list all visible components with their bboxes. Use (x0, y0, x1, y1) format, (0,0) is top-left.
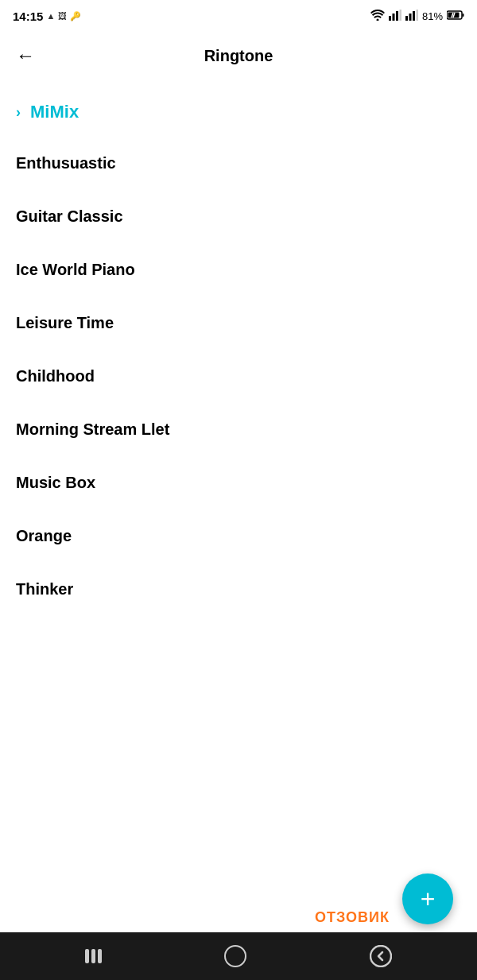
ringtone-name: Enthusuastic (16, 154, 116, 172)
svg-rect-7 (416, 10, 418, 21)
page-title: Ringtone (204, 47, 273, 65)
battery-percent: 81% (422, 10, 443, 22)
key-icon: 🔑 (70, 11, 81, 21)
back-nav-button[interactable] (370, 945, 392, 967)
bottom-nav-bar (0, 932, 477, 980)
list-item[interactable]: Guitar Classic (0, 190, 477, 243)
list-item[interactable]: Music Box (0, 456, 477, 509)
header: ← Ringtone (0, 32, 477, 79)
home-icon (224, 945, 246, 967)
image-icon: 🖼 (58, 11, 67, 21)
svg-rect-10 (463, 14, 464, 17)
recent-apps-button[interactable] (85, 949, 102, 963)
home-button[interactable] (224, 945, 246, 967)
battery-icon (447, 10, 464, 22)
list-item[interactable]: Orange (0, 509, 477, 563)
list-item[interactable]: Thinker (0, 563, 477, 616)
list-item[interactable]: Childhood (0, 350, 477, 403)
recent-apps-icon (85, 949, 102, 963)
back-nav-icon (370, 945, 392, 967)
signal-icon (389, 10, 401, 23)
ringtone-name: Music Box (16, 474, 95, 491)
svg-rect-3 (399, 10, 401, 21)
svg-rect-1 (392, 14, 394, 21)
list-item[interactable]: Morning Stream Llet (0, 403, 477, 456)
svg-point-13 (370, 946, 391, 966)
category-label: MiMix (30, 102, 79, 122)
status-right: 81% (370, 10, 464, 23)
status-left: 14:15 ▲ 🖼 🔑 (13, 10, 81, 23)
svg-rect-2 (396, 11, 398, 21)
list-item[interactable]: Ice World Piano (0, 243, 477, 296)
ringtone-name: Morning Stream Llet (16, 420, 169, 438)
svg-rect-6 (413, 11, 415, 21)
svg-rect-4 (405, 16, 408, 21)
svg-rect-5 (409, 14, 411, 21)
ringtone-name: Ice World Piano (16, 261, 135, 278)
ringtone-name: Thinker (16, 580, 73, 598)
ringtone-name: Leisure Time (16, 314, 114, 331)
status-bar: 14:15 ▲ 🖼 🔑 (0, 0, 477, 32)
chevron-right-icon: › (16, 104, 21, 121)
watermark: ОТЗОВИК (315, 909, 390, 926)
list-item[interactable]: Enthusuastic (0, 137, 477, 190)
notification-icon: ▲ (46, 11, 55, 21)
status-time: 14:15 (13, 10, 43, 23)
svg-rect-0 (389, 16, 391, 21)
back-button[interactable]: ← (16, 46, 35, 65)
category-mimix[interactable]: › MiMix (0, 87, 477, 137)
ringtone-name: Childhood (16, 367, 95, 385)
wifi-icon (370, 10, 385, 23)
signal-icon-2 (405, 10, 418, 23)
add-ringtone-button[interactable]: + (402, 873, 453, 924)
ringtone-name: Guitar Classic (16, 207, 123, 225)
content: › MiMix Enthusuastic Guitar Classic Ice … (0, 79, 477, 932)
ringtone-name: Orange (16, 527, 72, 544)
list-item[interactable]: Leisure Time (0, 296, 477, 350)
plus-icon: + (421, 886, 436, 912)
